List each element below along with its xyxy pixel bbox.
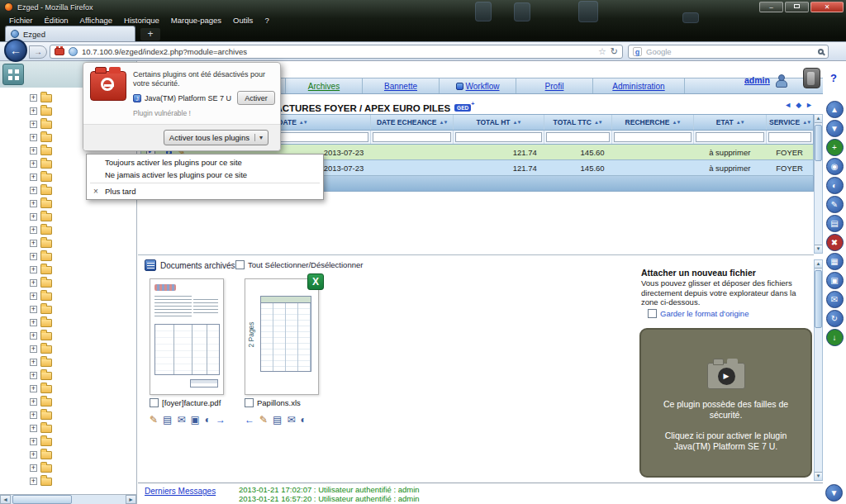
- document-thumbnail-pdf[interactable]: [150, 278, 224, 395]
- expand-icon[interactable]: +: [30, 292, 37, 300]
- tree-row[interactable]: +: [0, 395, 136, 408]
- plugin-menu-item-3[interactable]: ×Plus tard: [87, 185, 323, 197]
- expand-icon[interactable]: +: [30, 359, 37, 366]
- sort-icons[interactable]: ▲▼: [802, 120, 810, 125]
- expand-icon[interactable]: +: [30, 107, 37, 115]
- sort-icons[interactable]: ▲▼: [440, 120, 448, 125]
- sidebar-horizontal-scrollbar[interactable]: ◄ ►: [0, 494, 136, 504]
- expand-icon[interactable]: +: [30, 279, 37, 287]
- window-titlebar[interactable]: Ezged - Mozilla Firefox – ✕: [0, 0, 846, 14]
- user-link[interactable]: admin: [744, 75, 770, 85]
- nav-link-profil[interactable]: Profil: [545, 82, 564, 91]
- expand-icon[interactable]: +: [30, 200, 37, 207]
- expand-icon[interactable]: +: [30, 319, 37, 326]
- expand-icon[interactable]: +: [30, 411, 37, 419]
- filter-input-total-ht[interactable]: [455, 132, 542, 142]
- rail-edit-icon[interactable]: ✎: [826, 196, 844, 213]
- tree-row[interactable]: +: [0, 474, 136, 487]
- record-marker-icon[interactable]: ◆: [796, 101, 801, 109]
- doc-action-info-icon[interactable]: ◐: [205, 415, 211, 426]
- nav-link-workflow[interactable]: Workflow: [466, 82, 500, 91]
- tree-row[interactable]: +: [0, 250, 136, 263]
- tree-row[interactable]: +: [0, 316, 136, 329]
- doc-action-next-page-icon[interactable]: →: [216, 415, 226, 426]
- expand-icon[interactable]: +: [30, 398, 37, 406]
- expand-icon[interactable]: +: [30, 121, 37, 128]
- activate-all-plugins-button[interactable]: Activer tous les plugins ▾: [164, 130, 269, 145]
- menu-affichage[interactable]: Affichage: [74, 16, 118, 25]
- sort-icons[interactable]: ▲▼: [736, 120, 744, 125]
- tree-row[interactable]: +: [0, 210, 136, 223]
- doc-action-email-icon[interactable]: ✉: [287, 415, 295, 426]
- rail-refresh-icon[interactable]: ↻: [826, 310, 844, 327]
- blocked-plugin-address-icon[interactable]: [55, 48, 64, 55]
- expand-icon[interactable]: +: [30, 306, 37, 313]
- expand-icon[interactable]: +: [30, 187, 37, 194]
- expand-icon[interactable]: +: [30, 464, 37, 472]
- filter-input-date-echeance[interactable]: [373, 132, 451, 142]
- tree-row[interactable]: +: [0, 421, 136, 435]
- doc-action-print-icon[interactable]: ▣: [190, 415, 199, 426]
- rail-scroll-up-icon[interactable]: ▲: [826, 101, 844, 118]
- tree-row[interactable]: +: [0, 329, 136, 342]
- tree-row[interactable]: +: [0, 382, 136, 395]
- reload-icon[interactable]: ↻: [611, 46, 618, 57]
- rail-view-icon[interactable]: ◐: [826, 177, 844, 194]
- nav-cell-administration[interactable]: Administration: [592, 78, 685, 93]
- app-logo-icon[interactable]: [2, 64, 24, 85]
- sort-icons[interactable]: ▲▼: [513, 120, 521, 125]
- column-header-recherche[interactable]: RECHERCHE▲▼: [611, 115, 694, 130]
- tree-row[interactable]: +: [0, 461, 136, 474]
- expand-icon[interactable]: +: [30, 213, 37, 221]
- back-button[interactable]: ←: [4, 39, 27, 62]
- document-thumbnail-xls[interactable]: X 2 Pages: [245, 278, 319, 395]
- minimize-button[interactable]: –: [759, 2, 783, 12]
- column-header-etat[interactable]: ETAT▲▼: [693, 115, 766, 130]
- scroll-up-icon[interactable]: ▲: [815, 260, 822, 269]
- doc-action-prev-page-icon[interactable]: ←: [245, 415, 254, 426]
- activate-plugin-button[interactable]: Activer: [237, 91, 275, 105]
- new-tab-button[interactable]: +: [140, 28, 160, 40]
- nav-link-archives[interactable]: Archives: [308, 82, 340, 91]
- tree-row[interactable]: +: [0, 342, 136, 355]
- expand-icon[interactable]: +: [30, 253, 37, 260]
- scroll-left-icon[interactable]: ◄: [0, 495, 11, 504]
- rail-scroll-down-icon[interactable]: ▼: [826, 120, 844, 137]
- plugin-menu-item-1[interactable]: Toujours activer les plugins pour ce sit…: [87, 156, 323, 169]
- doc-action-info-icon[interactable]: ◐: [300, 415, 306, 426]
- search-bar[interactable]: g Google: [628, 45, 829, 59]
- nav-cell-profil[interactable]: Profil: [516, 78, 592, 93]
- expand-icon[interactable]: +: [30, 345, 37, 353]
- maximize-button[interactable]: [785, 2, 809, 12]
- expand-icon[interactable]: +: [30, 332, 37, 340]
- expand-icon[interactable]: +: [30, 134, 37, 141]
- tree-row[interactable]: +: [0, 368, 136, 382]
- doc-action-email-icon[interactable]: ✉: [177, 415, 185, 426]
- doc-action-sign-icon[interactable]: ✎: [259, 415, 268, 426]
- scrollbar-thumb[interactable]: [815, 125, 822, 161]
- nav-cell-archives[interactable]: Archives: [285, 78, 362, 93]
- scroll-down-icon[interactable]: ▼: [815, 245, 822, 253]
- file-dropzone[interactable]: ▶ Ce plugin possède des failles de sécur…: [639, 328, 812, 478]
- expand-icon[interactable]: +: [30, 478, 37, 485]
- table-scrollbar[interactable]: ▲ ▼: [814, 114, 823, 254]
- previous-record-icon[interactable]: ◄: [784, 101, 791, 109]
- nav-cell-bannette[interactable]: Bannette: [362, 78, 439, 93]
- doc-action-note-icon[interactable]: ▤: [273, 415, 282, 426]
- search-icon[interactable]: [818, 49, 824, 55]
- column-header-date-echeance[interactable]: DATE ECHEANCE▲▼: [370, 115, 453, 130]
- site-identity-icon[interactable]: [69, 47, 78, 56]
- select-document-checkbox[interactable]: [245, 398, 254, 407]
- logout-icon[interactable]: [803, 68, 820, 88]
- rail-print-icon[interactable]: ▣: [826, 272, 844, 289]
- menu-outils[interactable]: Outils: [227, 16, 259, 25]
- rail-download-icon[interactable]: ↓: [826, 329, 844, 346]
- scroll-right-icon[interactable]: ►: [126, 495, 136, 504]
- rail-search-icon[interactable]: ◉: [826, 158, 844, 175]
- column-header-total-ttc[interactable]: TOTAL TTC▲▼: [544, 115, 611, 130]
- expand-icon[interactable]: +: [30, 372, 37, 379]
- doc-action-sign-icon[interactable]: ✎: [150, 415, 158, 426]
- keep-format-checkbox[interactable]: [648, 309, 657, 318]
- tree-row[interactable]: +: [0, 408, 136, 421]
- sort-icons[interactable]: ▲▼: [594, 120, 602, 125]
